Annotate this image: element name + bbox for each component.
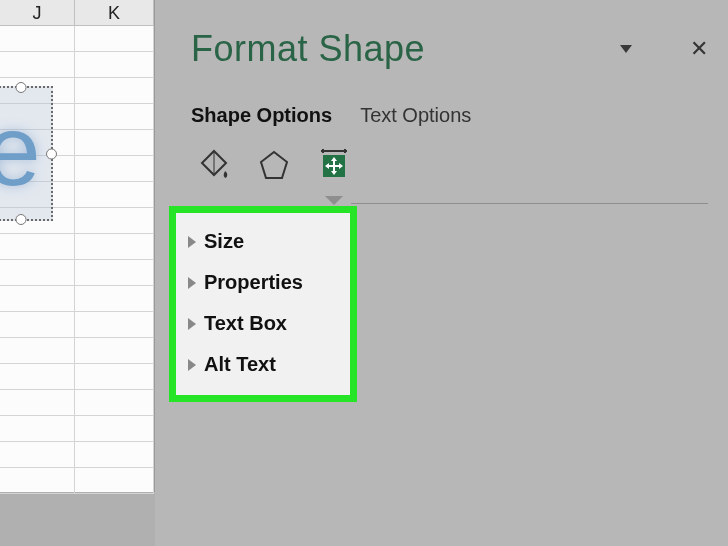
fill-line-icon[interactable]	[191, 143, 237, 189]
section-label: Properties	[204, 271, 303, 294]
size-properties-icon[interactable]	[311, 143, 357, 189]
expand-icon	[188, 318, 196, 330]
format-icon-row	[191, 143, 708, 189]
section-properties[interactable]: Properties	[182, 262, 346, 303]
section-alt-text[interactable]: Alt Text	[182, 344, 346, 385]
spreadsheet-grid[interactable]: J K e	[0, 0, 155, 492]
section-text-box[interactable]: Text Box	[182, 303, 346, 344]
panel-divider	[351, 203, 708, 204]
column-headers: J K	[0, 0, 154, 26]
effects-icon[interactable]	[251, 143, 297, 189]
tab-text-options[interactable]: Text Options	[360, 104, 471, 127]
expand-icon	[188, 236, 196, 248]
section-highlight-box: Size Properties Text Box Alt Text	[169, 206, 357, 402]
expand-icon	[188, 277, 196, 289]
section-label: Size	[204, 230, 244, 253]
section-label: Text Box	[204, 312, 287, 335]
tab-shape-options[interactable]: Shape Options	[191, 104, 332, 127]
format-shape-panel: Format Shape ✕ Shape Options Text Option…	[155, 0, 728, 546]
column-header-k[interactable]: K	[75, 0, 154, 25]
column-header-j[interactable]: J	[0, 0, 75, 25]
panel-dropdown-icon[interactable]	[620, 45, 632, 53]
cells-area[interactable]	[0, 26, 154, 494]
expand-icon	[188, 359, 196, 371]
svg-marker-0	[261, 152, 287, 178]
panel-title: Format Shape	[191, 28, 425, 70]
section-label: Alt Text	[204, 353, 276, 376]
section-size[interactable]: Size	[182, 221, 346, 262]
panel-tabs: Shape Options Text Options	[191, 104, 708, 127]
close-icon[interactable]: ✕	[690, 36, 708, 62]
